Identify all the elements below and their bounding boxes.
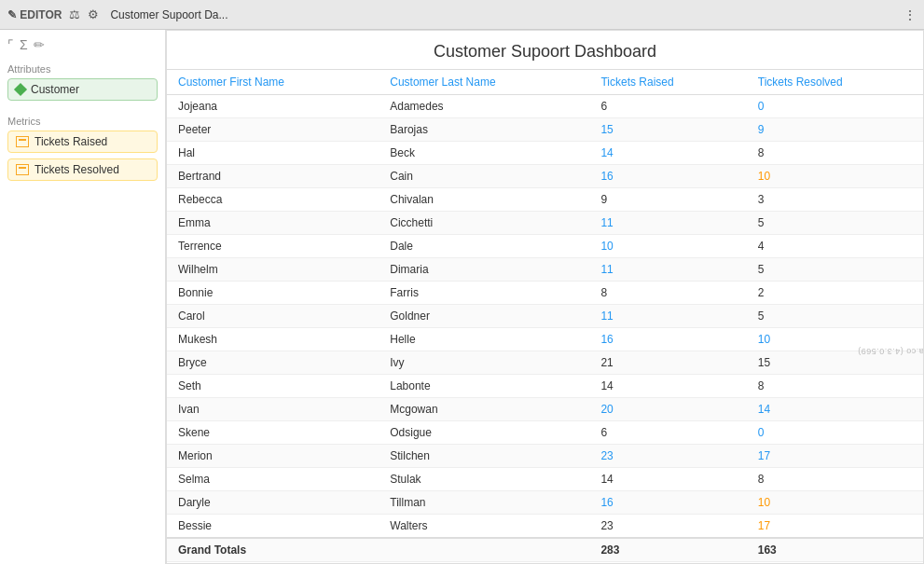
col-header-raised: Tickets Raised (589, 70, 746, 95)
cell-resolved: 8 (747, 375, 923, 398)
tickets-raised-metric[interactable]: Tickets Raised (7, 131, 158, 153)
table-row: Terrence Dale 10 4 (167, 235, 923, 258)
table-row: Selma Stulak 14 8 (167, 468, 923, 491)
cell-firstname: Hal (167, 142, 379, 165)
col-header-lastname: Customer Last Name (379, 70, 589, 95)
cell-lastname: Walters (379, 515, 589, 539)
attribute-diamond-icon (14, 83, 27, 96)
cell-raised: 14 (589, 468, 746, 491)
cell-raised: 6 (589, 421, 746, 445)
content-area: Customer Supoort Dashboard Customer Firs… (166, 30, 924, 564)
table-row: Hal Beck 14 8 (167, 142, 923, 165)
cell-raised: 16 (589, 165, 746, 188)
cell-firstname: Peeter (167, 118, 379, 142)
table-row: Emma Cicchetti 11 5 (167, 212, 923, 235)
table-row: Daryle Tillman 16 10 (167, 491, 923, 515)
cell-raised: 23 (589, 445, 746, 468)
metrics-label: Metrics (7, 116, 158, 127)
cell-resolved: 3 (747, 188, 923, 212)
table-row: Bonnie Farris 8 2 (167, 282, 923, 305)
cell-firstname: Selma (167, 468, 379, 491)
cell-resolved: 10 (747, 328, 923, 351)
cell-lastname: Chivalan (379, 188, 589, 212)
cell-lastname: Beck (379, 142, 589, 165)
cell-resolved: 10 (747, 165, 923, 188)
cell-firstname: Bonnie (167, 282, 379, 305)
cell-resolved: 17 (747, 445, 923, 468)
cell-raised: 11 (589, 258, 746, 282)
cell-lastname: Tillman (379, 491, 589, 515)
table-row: Wilhelm Dimaria 11 5 (167, 258, 923, 282)
tickets-resolved-label: Tickets Resolved (34, 163, 119, 176)
cell-resolved: 5 (747, 212, 923, 235)
cell-raised: 21 (589, 351, 746, 375)
cell-raised: 11 (589, 212, 746, 235)
cell-firstname: Skene (167, 421, 379, 445)
cell-raised: 16 (589, 328, 746, 351)
grand-totals-resolved: 163 (747, 538, 923, 562)
tickets-resolved-metric[interactable]: Tickets Resolved (7, 158, 158, 181)
customer-attribute[interactable]: Customer (7, 78, 158, 101)
cell-lastname: Goldner (379, 305, 589, 328)
table-row: Bryce Ivy 21 15 (167, 351, 923, 375)
table-wrapper[interactable]: Customer First Name Customer Last Name T… (167, 70, 923, 563)
metric-table-icon-2 (16, 164, 29, 175)
table-row: Jojeana Adamedes 6 0 (167, 95, 923, 118)
settings-icon[interactable]: ⚙ (88, 7, 99, 21)
cell-raised: 11 (589, 305, 746, 328)
table-row: Bertrand Cain 16 10 (167, 165, 923, 188)
cell-raised: 14 (589, 375, 746, 398)
cell-lastname: Adamedes (379, 95, 589, 118)
cell-lastname: Cicchetti (379, 212, 589, 235)
table-row: Mukesh Helle 16 10 (167, 328, 923, 351)
cell-resolved: 15 (747, 351, 923, 375)
cell-raised: 9 (589, 188, 746, 212)
cell-firstname: Seth (167, 375, 379, 398)
dashboard-title: Customer Supoort Dashboard (167, 31, 923, 70)
grand-totals-row: Grand Totals 283 163 (167, 538, 923, 562)
cell-firstname: Ivan (167, 398, 379, 421)
cell-firstname: Bryce (167, 351, 379, 375)
table-row: Ivan Mcgowan 20 14 (167, 398, 923, 421)
data-table: Customer First Name Customer Last Name T… (167, 70, 923, 562)
cell-resolved: 10 (747, 491, 923, 515)
cell-resolved: 2 (747, 282, 923, 305)
cell-lastname: Dimaria (379, 258, 589, 282)
cell-raised: 10 (589, 235, 746, 258)
cell-firstname: Daryle (167, 491, 379, 515)
cell-firstname: Jojeana (167, 95, 379, 118)
cell-firstname: Bessie (167, 515, 379, 539)
cell-lastname: Stulak (379, 468, 589, 491)
cell-resolved: 0 (747, 95, 923, 118)
cell-firstname: Terrence (167, 235, 379, 258)
cell-resolved: 8 (747, 468, 923, 491)
table-row: Peeter Barojas 15 9 (167, 118, 923, 142)
cell-firstname: Mukesh (167, 328, 379, 351)
cell-resolved: 8 (747, 142, 923, 165)
cell-raised: 20 (589, 398, 746, 421)
cell-lastname: Ivy (379, 351, 589, 375)
corner-icon[interactable]: ⌜ (7, 37, 14, 52)
cell-firstname: Emma (167, 212, 379, 235)
cell-raised: 14 (589, 142, 746, 165)
cell-lastname: Helle (379, 328, 589, 351)
cell-resolved: 0 (747, 421, 923, 445)
cell-lastname: Barojas (379, 118, 589, 142)
eraser-icon[interactable]: ✏ (34, 37, 45, 52)
cell-raised: 16 (589, 491, 746, 515)
cell-resolved: 14 (747, 398, 923, 421)
cell-lastname: Odsigue (379, 421, 589, 445)
table-row: Seth Labonte 14 8 (167, 375, 923, 398)
cell-raised: 8 (589, 282, 746, 305)
filter-icon[interactable]: ⚖ (69, 7, 80, 21)
cell-firstname: Carol (167, 305, 379, 328)
cell-lastname: Stilchen (379, 445, 589, 468)
more-icon[interactable]: ⋮ (903, 7, 917, 22)
table-header-row: Customer First Name Customer Last Name T… (167, 70, 923, 95)
cell-lastname: Dale (379, 235, 589, 258)
table-row: Merion Stilchen 23 17 (167, 445, 923, 468)
cell-lastname: Cain (379, 165, 589, 188)
sigma-icon[interactable]: Σ (20, 37, 28, 52)
metric-table-icon (16, 136, 29, 147)
cell-resolved: 5 (747, 305, 923, 328)
